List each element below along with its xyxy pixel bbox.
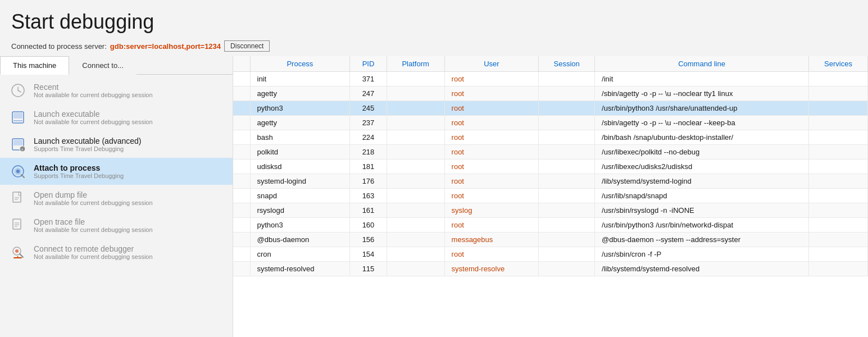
- attach-icon: [9, 162, 27, 180]
- row-platform: [387, 262, 444, 276]
- row-services: [809, 145, 868, 160]
- table-row[interactable]: bash 224 root /bin/bash /snap/ubuntu-des…: [233, 130, 868, 145]
- row-pid: 163: [350, 189, 387, 203]
- row-check: [233, 116, 250, 130]
- row-cmdline: /lib/systemd/systemd-resolved: [595, 262, 809, 276]
- row-platform: [387, 145, 444, 160]
- row-session: [539, 233, 595, 247]
- row-services: [809, 203, 868, 218]
- main-area: This machine Connect to... Recent Not av…: [0, 56, 868, 337]
- row-platform: [387, 72, 444, 86]
- row-platform: [387, 218, 444, 233]
- col-platform[interactable]: Platform: [387, 56, 444, 72]
- table-row[interactable]: snapd 163 root /usr/lib/snapd/snapd: [233, 189, 868, 203]
- row-session: [539, 218, 595, 233]
- left-panel: This machine Connect to... Recent Not av…: [0, 56, 233, 337]
- tab-this-machine[interactable]: This machine: [0, 56, 69, 75]
- row-pid: 160: [350, 218, 387, 233]
- nav-item-dump-file[interactable]: Open dump file Not available for current…: [0, 185, 233, 212]
- col-process[interactable]: Process: [250, 56, 350, 72]
- nav-title-launch-executable: Launch executable: [34, 110, 153, 119]
- svg-rect-4: [13, 113, 22, 119]
- row-session: [539, 160, 595, 174]
- nav-item-launch-executable[interactable]: Launch executable Not available for curr…: [0, 104, 233, 131]
- row-cmdline: /bin/bash /snap/ubuntu-desktop-installer…: [595, 130, 809, 145]
- row-pid: 154: [350, 247, 387, 262]
- row-session: [539, 145, 595, 160]
- row-services: [809, 72, 868, 86]
- table-row[interactable]: cron 154 root /usr/sbin/cron -f -P: [233, 247, 868, 262]
- tab-connect-to[interactable]: Connect to...: [69, 56, 137, 75]
- row-session: [539, 130, 595, 145]
- col-session[interactable]: Session: [539, 56, 595, 72]
- row-platform: [387, 86, 444, 101]
- table-row[interactable]: systemd-logind 176 root /lib/systemd/sys…: [233, 174, 868, 189]
- nav-title-recent: Recent: [34, 83, 153, 92]
- row-process: @dbus-daemon: [250, 233, 350, 247]
- row-services: [809, 86, 868, 101]
- row-process: polkitd: [250, 145, 350, 160]
- row-check: [233, 189, 250, 203]
- row-cmdline: @dbus-daemon --system --address=syster: [595, 233, 809, 247]
- table-row[interactable]: init 371 root /init: [233, 72, 868, 86]
- table-row[interactable]: agetty 237 root /sbin/agetty -o -p -- \u…: [233, 116, 868, 130]
- row-platform: [387, 233, 444, 247]
- connection-prefix: Connected to process server:: [11, 42, 107, 51]
- row-cmdline: /usr/libexec/polkitd --no-debug: [595, 145, 809, 160]
- nav-text-dump: Open dump file Not available for current…: [34, 190, 153, 206]
- table-row[interactable]: systemd-resolved 115 systemd-resolve /li…: [233, 262, 868, 276]
- svg-text:+: +: [21, 148, 24, 152]
- row-session: [539, 262, 595, 276]
- page-title: Start debugging: [0, 0, 868, 38]
- nav-item-launch-advanced[interactable]: + Launch executable (advanced) Supports …: [0, 131, 233, 158]
- table-row[interactable]: agetty 247 root /sbin/agetty -o -p -- \u…: [233, 86, 868, 101]
- row-cmdline: /lib/systemd/systemd-logind: [595, 174, 809, 189]
- clock-icon: [9, 81, 27, 99]
- nav-item-attach-process[interactable]: Attach to process Supports Time Travel D…: [0, 158, 233, 185]
- table-wrapper[interactable]: Process PID Platform User Session Comman…: [233, 56, 868, 337]
- row-cmdline: /usr/lib/snapd/snapd: [595, 189, 809, 203]
- row-process: agetty: [250, 86, 350, 101]
- col-check: [233, 56, 250, 72]
- row-services: [809, 130, 868, 145]
- table-row[interactable]: python3 245 root /usr/bin/python3 /usr/s…: [233, 101, 868, 116]
- row-services: [809, 189, 868, 203]
- table-row[interactable]: @dbus-daemon 156 messagebus @dbus-daemon…: [233, 233, 868, 247]
- executable-advanced-icon: +: [9, 135, 27, 153]
- nav-subtitle-launch-executable: Not available for current debugging sess…: [34, 119, 153, 125]
- row-session: [539, 189, 595, 203]
- row-process: agetty: [250, 116, 350, 130]
- col-cmdline[interactable]: Command line: [595, 56, 809, 72]
- table-row[interactable]: rsyslogd 161 syslog /usr/sbin/rsyslogd -…: [233, 203, 868, 218]
- row-pid: 156: [350, 233, 387, 247]
- row-check: [233, 203, 250, 218]
- row-check: [233, 160, 250, 174]
- row-user: messagebus: [444, 233, 539, 247]
- row-process: bash: [250, 130, 350, 145]
- table-row[interactable]: python3 160 root /usr/bin/python3 /usr/b…: [233, 218, 868, 233]
- row-session: [539, 72, 595, 86]
- row-session: [539, 174, 595, 189]
- row-pid: 247: [350, 86, 387, 101]
- row-session: [539, 86, 595, 101]
- row-user: root: [444, 86, 539, 101]
- row-pid: 181: [350, 160, 387, 174]
- nav-item-remote-debugger[interactable]: Connect to remote debugger Not available…: [0, 239, 233, 266]
- col-user[interactable]: User: [444, 56, 539, 72]
- row-platform: [387, 189, 444, 203]
- nav-item-recent[interactable]: Recent Not available for current debuggi…: [0, 77, 233, 104]
- table-row[interactable]: polkitd 218 root /usr/libexec/polkitd --…: [233, 145, 868, 160]
- table-row[interactable]: udisksd 181 root /usr/libexec/udisks2/ud…: [233, 160, 868, 174]
- nav-item-trace-file[interactable]: Open trace file Not available for curren…: [0, 212, 233, 239]
- col-services[interactable]: Services: [809, 56, 868, 72]
- disconnect-button[interactable]: Disconnect: [224, 40, 270, 52]
- row-pid: 224: [350, 130, 387, 145]
- row-pid: 245: [350, 101, 387, 116]
- row-session: [539, 203, 595, 218]
- col-pid[interactable]: PID: [350, 56, 387, 72]
- row-process: snapd: [250, 189, 350, 203]
- row-user: root: [444, 218, 539, 233]
- nav-subtitle-launch-advanced: Supports Time Travel Debugging: [34, 145, 141, 152]
- row-check: [233, 247, 250, 262]
- row-services: [809, 160, 868, 174]
